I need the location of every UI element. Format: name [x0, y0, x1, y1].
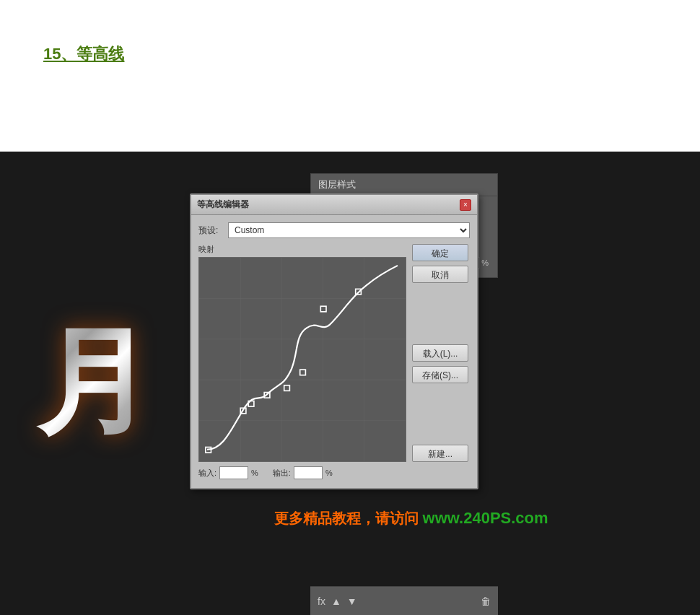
art-area: 月: [0, 152, 188, 615]
input-field: 输入: %: [198, 466, 258, 479]
load-button[interactable]: 载入(L)...: [412, 344, 468, 362]
curve-canvas[interactable]: [198, 257, 406, 462]
curve-grid-svg: [199, 258, 406, 461]
watermark-text2: www.240PS.com: [423, 509, 548, 527]
curve-area: 映射: [198, 244, 406, 462]
watermark-text1: 更多精品教程，请访问: [274, 510, 423, 526]
preset-row: 预设: Custom: [198, 222, 470, 238]
fx-icon[interactable]: fx: [318, 596, 325, 607]
dialog-close-button[interactable]: ×: [460, 199, 471, 211]
input-value[interactable]: [219, 466, 248, 479]
bottom-section: 月 等高线编辑器 × 预设: Custom 映射: [0, 152, 700, 615]
contour-editor-dialog: 等高线编辑器 × 预设: Custom 映射: [190, 193, 478, 489]
dialog-buttons: 确定 取消 载入(L)... 存储(S)... 新建...: [412, 244, 470, 462]
ok-button[interactable]: 确定: [412, 244, 468, 261]
dialog-title: 等高线编辑器: [197, 199, 249, 211]
output-field: 输出: %: [273, 466, 333, 479]
cancel-button[interactable]: 取消: [412, 266, 468, 283]
dialog-title-bar: 等高线编辑器 ×: [191, 195, 477, 215]
input-output-section: 输入: % 输出: %: [198, 466, 470, 479]
input-percent: %: [251, 468, 258, 477]
save-button[interactable]: 存储(S)...: [412, 366, 468, 383]
output-label: 输出:: [273, 468, 291, 479]
dialog-main-row: 映射: [198, 244, 470, 462]
trash-icon[interactable]: 🗑: [481, 596, 491, 607]
output-percent: %: [325, 468, 333, 477]
new-button[interactable]: 新建...: [412, 445, 468, 462]
panel-title: 图层样式: [318, 179, 356, 190]
down-icon[interactable]: ▼: [347, 596, 357, 607]
dialog-body: 预设: Custom 映射: [191, 215, 477, 487]
page-title: 15、等高线: [43, 43, 657, 65]
preset-select[interactable]: Custom: [228, 222, 470, 238]
map-label: 映射: [198, 244, 406, 255]
range-percent: %: [481, 258, 489, 267]
top-section: 15、等高线: [0, 0, 700, 152]
preset-label: 预设:: [198, 224, 224, 237]
up-icon[interactable]: ▲: [331, 596, 341, 607]
layer-panel-toolbar: fx ▲ ▼ 🗑: [310, 586, 498, 615]
chinese-character: 月: [36, 305, 152, 461]
output-value[interactable]: [294, 466, 323, 479]
input-label: 输入:: [198, 468, 216, 479]
watermark: 更多精品教程，请访问 www.240PS.com: [274, 509, 548, 528]
